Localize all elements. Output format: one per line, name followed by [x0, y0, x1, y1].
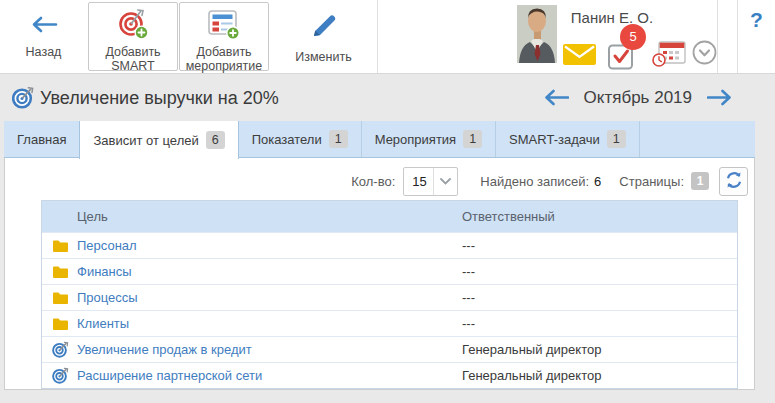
goal-target-icon — [12, 86, 36, 112]
goal-link[interactable]: Клиенты — [77, 316, 462, 331]
tab-bar: ГлавнаяЗависит от целей6Показатели1Мероп… — [4, 121, 755, 158]
table-body: Персонал---Финансы---Процессы---Клиенты-… — [42, 232, 737, 388]
back-button[interactable]: Назад — [0, 0, 87, 73]
responsible-cell: --- — [462, 290, 737, 305]
prev-month-button[interactable] — [543, 89, 569, 106]
refresh-button[interactable] — [719, 167, 748, 196]
add-smart-button-label: Добавить SMART — [89, 45, 177, 73]
period-label: Октябрь 2019 — [584, 88, 692, 108]
table-row: Процессы--- — [42, 284, 737, 310]
column-header-goal: Цель — [42, 201, 462, 232]
page-title: Увеличение выручки на 20% — [40, 74, 279, 121]
table-row: Финансы--- — [42, 258, 737, 284]
list-controls: Кол-во: 15 Найдено записей: 6 Страницы: … — [351, 166, 748, 196]
calendar-icon[interactable] — [652, 41, 686, 70]
tab-count-badge: 1 — [463, 130, 482, 148]
table-header: Цель Ответственный — [42, 201, 737, 232]
edit-button[interactable]: Изменить — [270, 0, 377, 73]
add-smart-button[interactable]: Добавить SMART — [88, 2, 178, 71]
add-event-list-icon — [207, 8, 241, 43]
target-icon — [42, 367, 77, 384]
page-number-badge[interactable]: 1 — [691, 172, 709, 190]
refresh-icon — [725, 171, 743, 192]
edit-button-label: Изменить — [295, 50, 351, 64]
tab-SMART-задачи[interactable]: SMART-задачи1 — [496, 121, 640, 157]
tab-Показатели[interactable]: Показатели1 — [239, 121, 362, 157]
column-header-responsible: Ответственный — [462, 201, 737, 232]
toolbar-separator — [377, 0, 378, 73]
goal-link[interactable]: Процессы — [77, 290, 462, 305]
tab-Зависит от целей[interactable]: Зависит от целей6 — [79, 121, 238, 159]
help-button[interactable]: ? — [738, 8, 775, 32]
table-row: Клиенты--- — [42, 310, 737, 336]
tab-label: Показатели — [252, 121, 322, 158]
title-band: Увеличение выручки на 20% Октябрь 2019 — [0, 74, 775, 121]
tab-label: Зависит от целей — [93, 122, 198, 159]
tab-label: SMART-задачи — [509, 121, 600, 158]
tab-Главная[interactable]: Главная — [4, 121, 80, 157]
responsible-cell: Генеральный директор — [462, 342, 737, 357]
add-event-button-label: Добавить мероприятие — [180, 45, 268, 73]
folder-icon — [42, 317, 77, 331]
mail-icon[interactable] — [563, 44, 596, 68]
tab-count-badge: 6 — [206, 131, 225, 149]
page-size-value: 15 — [404, 168, 433, 195]
add-smart-target-icon — [116, 8, 150, 43]
goals-table: Цель Ответственный Персонал---Финансы---… — [41, 200, 738, 389]
toolbar: Назад Добавить SMART — [0, 0, 775, 74]
back-button-label: Назад — [26, 45, 62, 59]
chevron-down-circle-icon[interactable] — [692, 40, 717, 68]
pages-label: Страницы: — [619, 174, 684, 189]
folder-icon — [42, 291, 77, 305]
next-month-button[interactable] — [707, 89, 733, 106]
count-label: Кол-во: — [351, 174, 395, 189]
responsible-cell: --- — [462, 238, 737, 253]
folder-icon — [42, 239, 77, 253]
user-name[interactable]: Панин Е. О. — [556, 9, 668, 26]
tab-Мероприятия[interactable]: Мероприятия1 — [362, 121, 496, 157]
found-value: 6 — [594, 174, 601, 189]
tab-label: Мероприятия — [375, 121, 457, 158]
goal-link[interactable]: Расширение партнерской сети — [77, 368, 462, 383]
user-avatar[interactable] — [517, 5, 557, 63]
back-arrow-icon — [30, 16, 58, 36]
notification-badge[interactable]: 5 — [620, 24, 646, 50]
responsible-cell: --- — [462, 264, 737, 279]
table-row: Расширение партнерской сетиГенеральный д… — [42, 362, 737, 388]
add-event-button[interactable]: Добавить мероприятие — [179, 2, 269, 71]
goal-link[interactable]: Персонал — [77, 238, 462, 253]
target-icon — [42, 341, 77, 358]
page-size-select[interactable]: 15 — [403, 167, 458, 196]
select-chevron-icon — [433, 168, 457, 195]
content-panel: Кол-во: 15 Найдено записей: 6 Страницы: … — [4, 158, 755, 390]
found-label: Найдено записей: — [480, 174, 589, 189]
responsible-cell: Генеральный директор — [462, 368, 737, 383]
folder-icon — [42, 265, 77, 279]
toolbar-separator — [717, 0, 718, 73]
period-nav: Октябрь 2019 — [543, 74, 733, 121]
tab-label: Главная — [17, 121, 66, 158]
table-row: Увеличение продаж в кредитГенеральный ди… — [42, 336, 737, 362]
tab-count-badge: 1 — [607, 130, 626, 148]
table-row: Персонал--- — [42, 232, 737, 258]
pencil-icon — [309, 10, 339, 43]
tab-count-badge: 1 — [329, 130, 348, 148]
goal-link[interactable]: Финансы — [77, 264, 462, 279]
responsible-cell: --- — [462, 316, 737, 331]
goal-link[interactable]: Увеличение продаж в кредит — [77, 342, 462, 357]
